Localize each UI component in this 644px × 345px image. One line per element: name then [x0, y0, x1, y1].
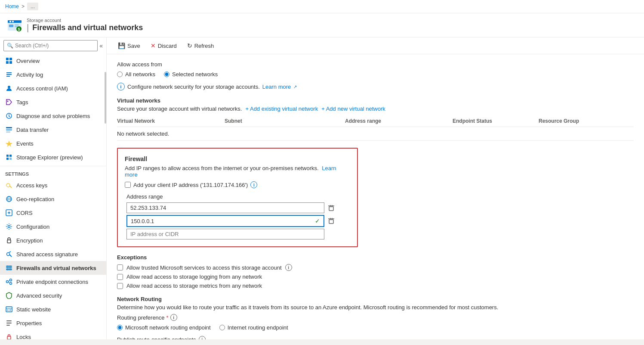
sidebar-item-data-transfer[interactable]: Data transfer — [0, 123, 106, 137]
exception-checkbox-2[interactable] — [117, 274, 123, 280]
radio-internet-input[interactable] — [219, 325, 225, 330]
routing-pref-info-icon[interactable]: i — [170, 314, 177, 321]
svg-rect-27 — [9, 158, 12, 160]
exception-info-icon-1[interactable]: i — [285, 264, 292, 271]
svg-line-38 — [9, 252, 11, 252]
sidebar-item-cors[interactable]: CORS — [0, 206, 106, 220]
info-link[interactable]: Learn more — [262, 84, 291, 90]
svg-rect-9 — [6, 58, 9, 60]
page-header-text: Storage account | Firewalls and virtual … — [27, 18, 143, 33]
sidebar-item-label-shared: Shared access signature — [16, 251, 78, 258]
routing-section: Network Routing Determine how you would … — [117, 296, 634, 339]
svg-point-18 — [7, 101, 9, 102]
main-content: 💾 Save ✕ Discard ↻ Refresh Allow access … — [107, 37, 644, 339]
tags-icon — [5, 98, 13, 106]
col-address-range: Address range — [345, 118, 453, 124]
info-bar: i Configure network security for your st… — [117, 83, 634, 90]
sidebar-item-advanced-security[interactable]: Advanced security — [0, 289, 106, 302]
radio-all-networks[interactable]: All networks — [117, 71, 155, 78]
sidebar-item-geo-replication[interactable]: Geo-replication — [0, 192, 106, 206]
exception-checkbox-3[interactable] — [117, 283, 123, 289]
radio-microsoft-routing[interactable]: Microsoft network routing endpoint — [117, 324, 211, 331]
add-existing-vnet-link[interactable]: + Add existing virtual network — [245, 106, 318, 112]
sidebar-item-encryption[interactable]: Encryption — [0, 233, 106, 247]
ip-input-2[interactable]: 150.0.0.1 ✓ — [126, 215, 324, 227]
client-ip-checkbox[interactable] — [125, 182, 131, 188]
info-icon: i — [117, 83, 125, 90]
sidebar-item-static-website[interactable]: Static website — [0, 302, 106, 316]
radio-all-label: All networks — [125, 71, 155, 78]
ip-input-3[interactable] — [126, 229, 324, 239]
events-icon — [5, 140, 13, 147]
discard-button[interactable]: ✕ Discard — [146, 40, 181, 51]
publish-endpoints-row: Publish route-specific endpoints i — [117, 336, 634, 339]
encryption-icon — [5, 236, 13, 244]
radio-selected-input[interactable] — [164, 71, 169, 77]
access-keys-icon — [5, 181, 13, 189]
access-radio-group: All networks Selected networks — [117, 71, 634, 78]
no-network-message: No network selected. — [117, 127, 634, 141]
radio-all-input[interactable] — [117, 71, 123, 77]
routing-title: Network Routing — [117, 296, 634, 302]
page-title: Firewalls and virtual networks — [32, 23, 143, 32]
svg-rect-4 — [9, 25, 13, 27]
svg-text:$: $ — [18, 27, 20, 31]
sidebar-item-storage-explorer[interactable]: Storage Explorer (preview) — [0, 150, 106, 164]
exception-checkbox-1[interactable] — [117, 264, 123, 270]
radio-selected-networks[interactable]: Selected networks — [164, 71, 218, 78]
ip-row-1: 52.253.133.74 — [126, 202, 350, 213]
breadcrumb-home[interactable]: Home — [5, 3, 19, 9]
sidebar-item-tags[interactable]: Tags — [0, 95, 106, 109]
sidebar-item-access-control[interactable]: Access control (IAM) — [0, 81, 106, 95]
delete-ip-2-button[interactable] — [326, 216, 336, 226]
svg-point-47 — [10, 283, 12, 285]
svg-rect-25 — [9, 155, 12, 157]
radio-selected-label: Selected networks — [172, 71, 218, 78]
svg-rect-52 — [7, 309, 9, 311]
add-new-vnet-link[interactable]: + Add new virtual network — [321, 106, 385, 112]
sidebar-item-firewalls[interactable]: Firewalls and virtual networks — [0, 261, 106, 275]
exceptions-title: Exceptions — [117, 254, 634, 261]
sidebar-item-overview[interactable]: Overview — [0, 54, 106, 68]
save-button[interactable]: 💾 Save — [114, 40, 145, 51]
toolbar: 💾 Save ✕ Discard ↻ Refresh — [107, 37, 644, 54]
data-transfer-icon — [5, 126, 13, 134]
sidebar-item-properties[interactable]: Properties — [0, 316, 106, 330]
svg-rect-20 — [6, 127, 12, 128]
sidebar-collapse-button[interactable]: « — [99, 42, 103, 49]
sidebar-item-events[interactable]: Events — [0, 137, 106, 150]
sidebar-item-label-props: Properties — [16, 320, 42, 326]
exception-row-1: Allow trusted Microsoft services to acce… — [117, 264, 634, 271]
svg-point-36 — [7, 253, 10, 256]
sidebar-item-locks[interactable]: Locks — [0, 330, 106, 339]
sidebar-item-label-security: Advanced security — [16, 292, 62, 299]
delete-icon-1 — [328, 205, 335, 211]
sidebar-item-label-geo: Geo-replication — [16, 196, 54, 202]
sidebar-item-diagnose[interactable]: Diagnose and solve problems — [0, 109, 106, 123]
firewall-title: Firewall — [125, 155, 350, 162]
client-ip-info-icon[interactable]: i — [250, 181, 257, 188]
sidebar-search-input[interactable] — [3, 40, 98, 51]
firewall-section: Firewall Add IP ranges to allow access f… — [117, 148, 358, 247]
sidebar: 🔍 « Overview Activity log — [0, 37, 107, 339]
sidebar-item-private-endpoint[interactable]: Private endpoint connections — [0, 275, 106, 289]
col-endpoint-status: Endpoint Status — [453, 118, 539, 124]
sidebar-item-activity-log[interactable]: Activity log — [0, 68, 106, 81]
save-icon: 💾 — [118, 42, 125, 49]
exception-row-2: Allow read access to storage logging fro… — [117, 274, 634, 280]
ip-row-3 — [126, 229, 350, 239]
delete-ip-1-button[interactable] — [326, 203, 336, 213]
svg-point-28 — [6, 183, 10, 187]
sidebar-item-access-keys[interactable]: Access keys — [0, 178, 106, 192]
svg-marker-23 — [6, 140, 12, 147]
sidebar-item-shared-access[interactable]: Shared access signature — [0, 247, 106, 261]
radio-microsoft-input[interactable] — [117, 325, 123, 330]
routing-pref-label: Routing preference — [117, 314, 165, 321]
static-website-icon — [5, 305, 13, 313]
page-subtitle: Storage account — [27, 18, 143, 23]
refresh-button[interactable]: ↻ Refresh — [183, 40, 219, 51]
sidebar-item-configuration[interactable]: Configuration — [0, 220, 106, 233]
radio-internet-routing[interactable]: Internet routing endpoint — [219, 324, 288, 331]
publish-endpoints-info-icon[interactable]: i — [199, 336, 206, 339]
svg-point-16 — [8, 86, 10, 88]
